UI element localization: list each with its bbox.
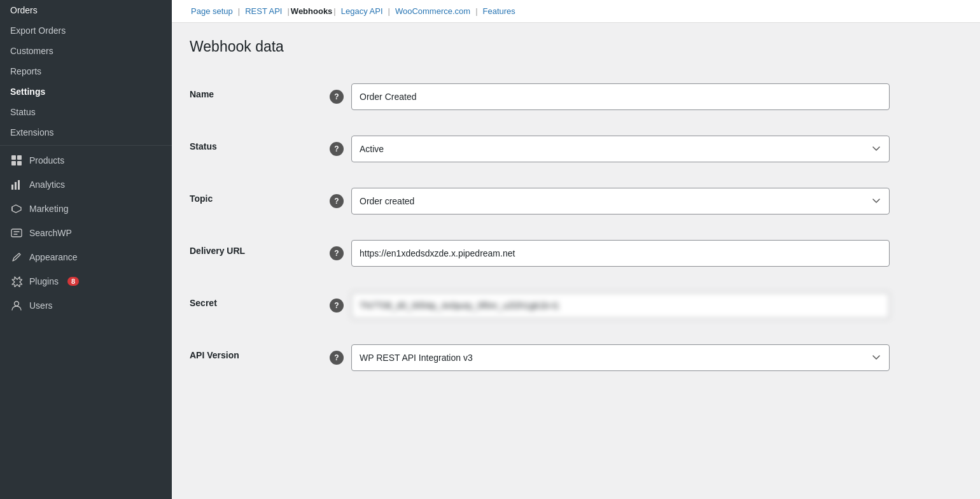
delivery-url-help-icon[interactable]: ? [330,246,344,260]
sidebar-item-products[interactable]: Products [0,148,172,172]
sidebar-item-appearance[interactable]: Appearance [0,245,172,269]
form-label-secret: Secret [190,298,217,308]
nav-sep-3: | [332,6,337,16]
sidebar-item-extensions[interactable]: Extensions [0,122,172,143]
name-help-icon[interactable]: ? [330,90,344,104]
sidebar-item-searchwp[interactable]: SearchWP [0,221,172,245]
sidebar-item-export-orders[interactable]: Export Orders [0,20,172,41]
form-label-delivery-url: Delivery URL [190,246,245,256]
nav-link-legacy-api[interactable]: Legacy API [337,6,387,16]
svg-rect-5 [15,182,17,190]
webhook-form: Name ? Status ? Active Paused Disabl [190,71,890,384]
svg-rect-2 [11,161,16,165]
form-label-api-version-col: API Version [190,344,330,361]
nav-sep-2: | [286,6,290,16]
sidebar-item-orders[interactable]: Orders [0,0,172,20]
form-control-name-col: ? [330,83,890,110]
sidebar-item-searchwp-label: SearchWP [29,228,72,238]
form-label-api-version: API Version [190,350,239,360]
secret-help-icon[interactable]: ? [330,299,344,313]
svg-rect-3 [17,161,22,165]
form-label-name: Name [190,89,214,99]
svg-point-8 [15,302,19,306]
form-control-topic-col: ? Order created Order updated Order dele… [330,188,890,214]
form-label-name-col: Name [190,83,330,100]
form-row-delivery-url: Delivery URL ? [190,227,890,279]
sidebar: Orders Export Orders Customers Reports S… [0,0,172,499]
form-control-delivery-url-col: ? [330,240,890,267]
sidebar-divider-1 [0,145,172,146]
sidebar-item-reports[interactable]: Reports [0,61,172,81]
nav-link-woocommerce-com[interactable]: WooCommerce.com [391,6,474,16]
delivery-url-input[interactable] [351,240,890,267]
form-row-secret: Secret ? [190,279,890,332]
form-control-secret-col: ? [330,292,890,319]
sidebar-item-settings[interactable]: Settings [0,81,172,102]
secret-input[interactable] [351,292,890,319]
analytics-icon [10,179,23,190]
nav-link-page-setup[interactable]: Page setup [187,6,237,16]
nav-link-rest-api[interactable]: REST API [241,6,286,16]
nav-link-features[interactable]: Features [479,6,519,16]
topic-help-icon[interactable]: ? [330,194,344,208]
page-title: Webhook data [190,38,962,55]
sidebar-item-appearance-label: Appearance [29,252,78,262]
api-version-help-icon[interactable]: ? [330,351,344,365]
svg-rect-1 [17,155,22,160]
form-row-api-version: API Version ? WP REST API Integration v3… [190,332,890,384]
form-control-status-col: ? Active Paused Disabled [330,136,890,162]
sidebar-item-marketing-label: Marketing [29,204,68,214]
form-label-status: Status [190,141,217,151]
status-help-icon[interactable]: ? [330,142,344,156]
plugins-badge: 8 [67,277,79,286]
sidebar-item-users-label: Users [29,300,53,311]
nav-current-webhooks: Webhooks [291,6,333,16]
svg-rect-7 [11,229,22,237]
sidebar-item-users[interactable]: Users [0,293,172,318]
sidebar-item-customers[interactable]: Customers [0,41,172,61]
form-row-status: Status ? Active Paused Disabled [190,123,890,175]
name-input[interactable] [351,83,890,110]
sidebar-item-analytics-label: Analytics [29,179,65,190]
sidebar-item-products-label: Products [29,155,64,165]
searchwp-icon [10,227,23,239]
users-icon [10,300,23,311]
svg-rect-6 [18,180,20,190]
api-version-select[interactable]: WP REST API Integration v3 WP REST API I… [351,344,890,371]
form-label-topic-col: Topic [190,188,330,204]
status-select[interactable]: Active Paused Disabled [351,136,890,162]
sidebar-item-analytics[interactable]: Analytics [0,172,172,197]
sidebar-item-status[interactable]: Status [0,102,172,122]
form-control-api-version-col: ? WP REST API Integration v3 WP REST API… [330,344,890,371]
svg-rect-0 [11,155,16,160]
form-row-name: Name ? [190,71,890,123]
form-row-topic: Topic ? Order created Order updated Orde… [190,175,890,227]
nav-sep-5: | [474,6,479,16]
form-label-secret-col: Secret [190,292,330,309]
sidebar-item-plugins[interactable]: Plugins 8 [0,269,172,293]
products-icon [10,155,23,166]
svg-rect-4 [11,185,13,190]
nav-sep-4: | [387,6,391,16]
form-label-status-col: Status [190,136,330,152]
top-navigation: Page setup | REST API | Webhooks | Legac… [172,0,980,23]
sidebar-item-marketing[interactable]: Marketing [0,197,172,221]
plugins-icon [10,276,23,287]
form-label-delivery-url-col: Delivery URL [190,240,330,257]
content-area: Webhook data Name ? Status ? [172,23,980,499]
nav-sep-1: | [237,6,241,16]
form-label-topic: Topic [190,193,213,204]
sidebar-item-plugins-label: Plugins [29,276,59,286]
appearance-icon [10,251,23,263]
main-content: Page setup | REST API | Webhooks | Legac… [172,0,980,499]
marketing-icon [10,203,23,214]
topic-select[interactable]: Order created Order updated Order delete… [351,188,890,214]
